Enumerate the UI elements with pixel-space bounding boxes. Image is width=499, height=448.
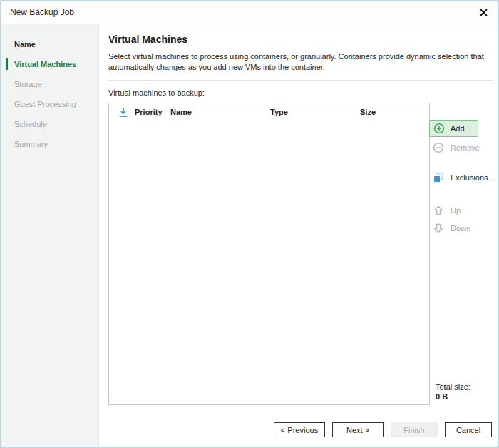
wizard-steps-sidebar: Name Virtual Machines Storage Guest Proc… bbox=[1, 24, 99, 447]
step-label: Name bbox=[14, 40, 36, 49]
active-step-indicator bbox=[6, 58, 8, 70]
step-label: Summary bbox=[14, 140, 48, 148]
vm-table-header: Priority Name Type Size bbox=[109, 103, 429, 123]
page-title: Virtual Machines bbox=[108, 34, 187, 45]
main-content: Virtual Machines Select virtual machines… bbox=[100, 24, 498, 447]
sidebar-item-storage[interactable]: Storage bbox=[1, 74, 98, 94]
wizard-footer: < Previous Next > Finish Cancel bbox=[274, 422, 492, 437]
column-header-size[interactable]: Size bbox=[360, 108, 376, 116]
step-label: Virtual Machines bbox=[14, 60, 76, 68]
sidebar-item-summary[interactable]: Summary bbox=[1, 134, 98, 154]
cancel-button[interactable]: Cancel bbox=[445, 422, 492, 437]
sidebar-item-schedule[interactable]: Schedule bbox=[1, 114, 98, 134]
remove-button-label: Remove bbox=[451, 143, 480, 152]
down-button-label: Down bbox=[451, 224, 470, 233]
add-icon bbox=[433, 123, 445, 134]
close-button[interactable] bbox=[475, 4, 492, 21]
arrow-up-icon bbox=[433, 205, 444, 216]
exclusions-button[interactable]: Exclusions... bbox=[433, 172, 495, 183]
remove-icon bbox=[433, 142, 444, 153]
vm-table-body bbox=[109, 122, 429, 404]
close-icon bbox=[480, 8, 488, 19]
sidebar-item-virtual-machines[interactable]: Virtual Machines bbox=[1, 54, 98, 74]
title-bar: New Backup Job bbox=[1, 1, 498, 24]
column-header-type[interactable]: Type bbox=[270, 108, 288, 116]
up-button[interactable]: Up bbox=[433, 205, 461, 216]
page-description: Select virtual machines to process using… bbox=[108, 51, 495, 73]
down-button[interactable]: Down bbox=[433, 223, 470, 234]
total-size-label: Total size: bbox=[436, 382, 470, 392]
remove-button[interactable]: Remove bbox=[433, 142, 480, 153]
up-button-label: Up bbox=[451, 206, 461, 215]
sort-priority-icon bbox=[118, 107, 128, 121]
exclusions-icon bbox=[433, 172, 444, 183]
exclusions-button-label: Exclusions... bbox=[451, 173, 495, 182]
vm-table-label: Virtual machines to backup: bbox=[108, 88, 205, 97]
total-size: Total size: 0 B bbox=[436, 382, 470, 402]
sidebar-item-name[interactable]: Name bbox=[1, 34, 98, 54]
previous-button[interactable]: < Previous bbox=[274, 422, 325, 437]
step-label: Storage bbox=[14, 80, 42, 88]
step-label: Guest Processing bbox=[14, 100, 76, 108]
add-button[interactable]: Add... bbox=[429, 120, 478, 137]
arrow-down-icon bbox=[433, 223, 444, 234]
section-divider bbox=[108, 80, 493, 81]
add-button-label: Add... bbox=[451, 124, 471, 133]
vm-table: Priority Name Type Size bbox=[108, 103, 430, 405]
new-backup-job-dialog: New Backup Job Name Virtual Machines Sto… bbox=[0, 0, 499, 448]
total-size-value: 0 B bbox=[436, 392, 470, 402]
window-title: New Backup Job bbox=[10, 7, 74, 17]
step-label: Schedule bbox=[14, 120, 47, 128]
sidebar-item-guest-processing[interactable]: Guest Processing bbox=[1, 94, 98, 114]
next-button[interactable]: Next > bbox=[332, 422, 384, 437]
finish-button[interactable]: Finish bbox=[391, 422, 438, 437]
column-header-name[interactable]: Name bbox=[170, 108, 192, 116]
column-header-priority[interactable]: Priority bbox=[135, 108, 163, 116]
